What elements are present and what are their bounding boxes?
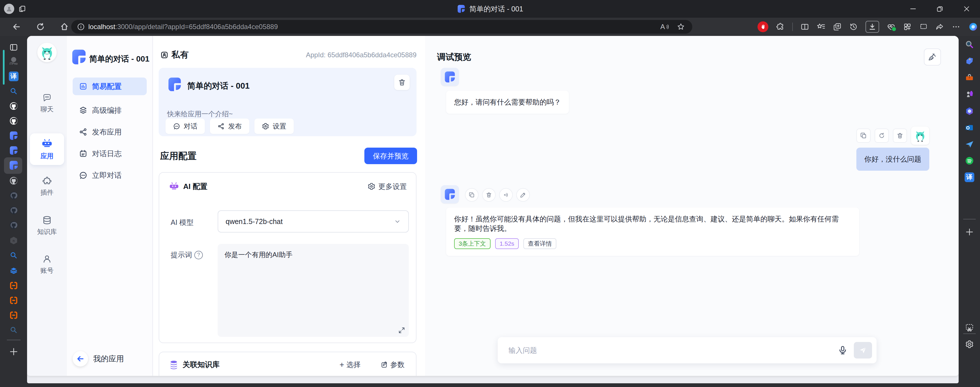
detail-badge[interactable]: 查看详情	[523, 238, 556, 249]
sidebar-search-icon[interactable]	[963, 39, 976, 50]
expand-icon[interactable]	[398, 326, 406, 334]
vertical-tab-fastgpt[interactable]	[6, 144, 22, 157]
share-icon[interactable]	[935, 22, 944, 31]
settings-button[interactable]: 设置	[255, 119, 294, 134]
minimize-button[interactable]	[900, 0, 926, 18]
sidebar-games-icon[interactable]	[963, 88, 976, 100]
split-screen-icon[interactable]	[800, 22, 809, 31]
close-button[interactable]	[953, 0, 980, 18]
menu-item-advanced-flow[interactable]: 高级编排	[73, 102, 147, 119]
bot-message-detailed: 你好！虽然你可能没有具体的问题，但我在这里可以提供帮助，无论是信息查询、建议、还…	[446, 207, 859, 256]
back-to-my-apps[interactable]: 我的应用	[73, 351, 124, 366]
delete-icon[interactable]	[482, 188, 496, 202]
retry-icon[interactable]	[875, 129, 889, 143]
help-icon[interactable]: ?	[194, 251, 203, 259]
sidebar-web-capture-icon[interactable]	[963, 322, 976, 333]
vertical-tab-itpno[interactable]: iTPno	[6, 55, 22, 67]
mic-icon[interactable]	[838, 346, 848, 355]
vertical-tab-github[interactable]	[6, 100, 22, 112]
web-capture-icon[interactable]	[919, 22, 928, 31]
downloads-icon[interactable]	[865, 21, 879, 33]
menu-item-simple-config[interactable]: 简易配置	[73, 78, 147, 95]
vertical-tab-search[interactable]	[6, 85, 22, 97]
context-badge[interactable]: 3条上下文	[454, 238, 490, 249]
send-button[interactable]	[854, 342, 872, 358]
vertical-tab-translate[interactable]: 译	[6, 70, 22, 83]
favorites-bar-icon[interactable]	[817, 22, 825, 31]
address-bar[interactable]: localhost:3000/app/detail?appId=65ddf840…	[71, 20, 692, 33]
sidebar-add-button[interactable]	[963, 226, 976, 238]
vertical-tab-github[interactable]	[6, 174, 22, 187]
sidebar-drop-icon[interactable]	[963, 139, 976, 150]
menu-item-publish-app[interactable]: 发布应用	[73, 123, 147, 141]
active-tab[interactable]: 简单的对话 - 001	[0, 0, 980, 18]
vertical-tab-npm[interactable]: n	[6, 234, 22, 247]
save-preview-button[interactable]: 保存并预览	[364, 148, 417, 164]
nav-item-account[interactable]: 账号	[30, 254, 64, 275]
home-button[interactable]	[58, 21, 71, 33]
more-settings-button[interactable]: 更多设置	[368, 182, 407, 191]
sidebar-tools-icon[interactable]	[963, 72, 976, 83]
vertical-tab-github-dark[interactable]	[6, 219, 22, 231]
vertical-tab-api-tool[interactable]	[6, 279, 22, 292]
vertical-tab-search-dim[interactable]	[6, 324, 22, 336]
copilot-icon[interactable]	[968, 22, 978, 32]
url-text[interactable]: localhost:3000/app/detail?appId=65ddf840…	[88, 23, 660, 31]
nav-item-chat[interactable]: 聊天	[30, 93, 64, 114]
vertical-tab-github-dark[interactable]	[6, 189, 22, 202]
site-info-icon[interactable]	[77, 23, 85, 31]
read-aloud-icon[interactable]	[499, 188, 513, 202]
sidebar-shopping-icon[interactable]	[963, 55, 976, 67]
delete-icon[interactable]	[893, 129, 907, 143]
history-icon[interactable]	[849, 22, 858, 31]
nav-item-plugins[interactable]: 插件	[30, 176, 64, 197]
sidebar-settings-icon[interactable]	[963, 339, 976, 350]
clear-chat-button[interactable]	[924, 48, 941, 65]
vertical-tab-api-tool[interactable]	[6, 294, 22, 307]
menu-item-chat-now[interactable]: 立即对话	[73, 166, 147, 184]
new-tab-button[interactable]	[6, 346, 22, 358]
user-avatar[interactable]	[37, 43, 57, 62]
back-button[interactable]	[10, 21, 23, 33]
nav-item-label: 应用	[40, 151, 54, 161]
robot-icon	[41, 138, 53, 149]
prompt-textarea[interactable]: 你是一个有用的AI助手	[218, 244, 409, 337]
copy-icon[interactable]	[465, 188, 479, 202]
chat-input[interactable]	[508, 346, 838, 355]
collections-icon[interactable]	[833, 22, 842, 31]
vertical-tab-fastgpt-active[interactable]	[6, 159, 22, 172]
nav-item-apps[interactable]: 应用	[30, 133, 64, 165]
vertical-tab-search[interactable]	[6, 249, 22, 261]
vertical-tab-layers[interactable]	[6, 264, 22, 276]
read-aloud-icon[interactable]: A	[660, 23, 670, 31]
sidebar-outlook-icon[interactable]	[963, 122, 976, 133]
edit-icon[interactable]	[516, 188, 530, 202]
sidebar-translate-icon[interactable]: 译	[963, 172, 976, 183]
vertical-tab-api-tool[interactable]	[6, 309, 22, 322]
extension-icon[interactable]	[776, 22, 784, 31]
restore-button[interactable]	[926, 0, 953, 18]
time-badge[interactable]: 1.52s	[495, 238, 519, 249]
delete-app-button[interactable]	[394, 75, 410, 90]
adblock-hand-icon[interactable]	[757, 21, 768, 32]
browser-essentials-icon[interactable]	[887, 22, 896, 31]
sidebar-spotify-icon[interactable]	[963, 155, 976, 166]
refresh-button[interactable]	[34, 21, 47, 33]
copy-icon[interactable]	[856, 129, 870, 143]
apps-grid-icon[interactable]	[903, 22, 912, 31]
model-select[interactable]: qwen1.5-72b-chat	[218, 210, 409, 233]
browser-titlebar: 简单的对话 - 001	[0, 0, 980, 18]
vertical-tab-github[interactable]	[6, 115, 22, 127]
vertical-tab-github-dark[interactable]	[6, 204, 22, 217]
kb-select-button[interactable]: + 选择	[340, 360, 361, 369]
sidebar-m365-icon[interactable]	[963, 105, 976, 117]
more-menu-icon[interactable]	[952, 22, 960, 31]
vertical-tab-fastgpt[interactable]	[6, 129, 22, 142]
publish-button[interactable]: 发布	[210, 119, 249, 134]
kb-params-button[interactable]: 参数	[380, 360, 404, 369]
tab-panel-toggle-icon[interactable]	[6, 41, 22, 54]
favorite-star-icon[interactable]	[677, 23, 685, 31]
chat-button[interactable]: 对话	[165, 119, 205, 134]
nav-item-knowledge[interactable]: 知识库	[30, 215, 64, 236]
menu-item-chat-logs[interactable]: 对话日志	[73, 145, 147, 162]
